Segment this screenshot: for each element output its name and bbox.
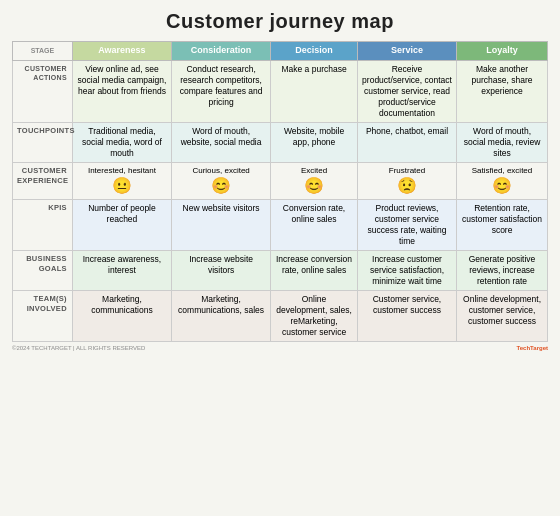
touchpoints-loyalty: Word of mouth, social media, review site… — [457, 122, 548, 162]
kpis-service: Product reviews, customer service succes… — [357, 199, 456, 250]
row-customer-experience: CUSTOMER EXPERIENCE Interested, hesitant… — [13, 163, 548, 200]
row-touchpoints: TOUCHPOINTS Traditional media, social me… — [13, 122, 548, 162]
actions-loyalty: Make another purchase, share experience — [457, 60, 548, 122]
emoji-loyalty: 😊 — [461, 176, 543, 195]
header-consideration: Consideration — [172, 42, 271, 61]
actions-awareness: View online ad, see social media campaig… — [72, 60, 171, 122]
journey-map-table: STAGE Awareness Consideration Decision S… — [12, 41, 548, 342]
header-service: Service — [357, 42, 456, 61]
row-business-goals: BUSINESS GOALS Increase awareness, inter… — [13, 250, 548, 290]
goals-awareness: Increase awareness, interest — [72, 250, 171, 290]
kpis-loyalty: Retention rate, customer satisfaction sc… — [457, 199, 548, 250]
teams-service: Customer service, customer success — [357, 290, 456, 341]
kpis-awareness: Number of people reached — [72, 199, 171, 250]
experience-consideration: Curious, excited 😊 — [172, 163, 271, 200]
actions-decision: Make a purchase — [271, 60, 358, 122]
label-touchpoints: TOUCHPOINTS — [13, 122, 73, 162]
header-loyalty: Loyalty — [457, 42, 548, 61]
kpis-decision: Conversion rate, online sales — [271, 199, 358, 250]
label-customer-actions: CUSTOMER ACTIONS — [13, 60, 73, 122]
experience-loyalty-text: Satisfied, excited — [461, 166, 543, 176]
label-business-goals: BUSINESS GOALS — [13, 250, 73, 290]
row-kpis: KPIS Number of people reached New websit… — [13, 199, 548, 250]
touchpoints-service: Phone, chatbot, email — [357, 122, 456, 162]
experience-consideration-text: Curious, excited — [176, 166, 266, 176]
footer: ©2024 TECHTARGET | ALL RIGHTS RESERVED T… — [12, 345, 548, 351]
kpis-consideration: New website visitors — [172, 199, 271, 250]
teams-consideration: Marketing, communications, sales — [172, 290, 271, 341]
row-teams: TEAM(S) INVOLVED Marketing, communicatio… — [13, 290, 548, 341]
goals-service: Increase customer service satisfaction, … — [357, 250, 456, 290]
actions-consideration: Conduct research, research competitors, … — [172, 60, 271, 122]
emoji-awareness: 😐 — [77, 176, 167, 195]
touchpoints-decision: Website, mobile app, phone — [271, 122, 358, 162]
page-title: Customer journey map — [12, 10, 548, 33]
header-awareness: Awareness — [72, 42, 171, 61]
goals-consideration: Increase website visitors — [172, 250, 271, 290]
touchpoints-consideration: Word of mouth, website, social media — [172, 122, 271, 162]
header-decision: Decision — [271, 42, 358, 61]
teams-loyalty: Online development, customer service, cu… — [457, 290, 548, 341]
label-kpis: KPIS — [13, 199, 73, 250]
footer-right: TechTarget — [517, 345, 548, 351]
main-container: Customer journey map STAGE Awareness Con… — [0, 0, 560, 516]
row-customer-actions: CUSTOMER ACTIONS View online ad, see soc… — [13, 60, 548, 122]
experience-awareness-text: Interested, hesitant — [77, 166, 167, 176]
emoji-consideration: 😊 — [176, 176, 266, 195]
experience-service-text: Frustrated — [362, 166, 452, 176]
goals-loyalty: Generate positive reviews, increase rete… — [457, 250, 548, 290]
experience-decision-text: Excited — [275, 166, 353, 176]
experience-decision: Excited 😊 — [271, 163, 358, 200]
touchpoints-awareness: Traditional media, social media, word of… — [72, 122, 171, 162]
label-teams: TEAM(S) INVOLVED — [13, 290, 73, 341]
footer-left: ©2024 TECHTARGET | ALL RIGHTS RESERVED — [12, 345, 145, 351]
experience-loyalty: Satisfied, excited 😊 — [457, 163, 548, 200]
emoji-service: 😟 — [362, 176, 452, 195]
stage-label-header: STAGE — [13, 42, 73, 61]
label-customer-experience: CUSTOMER EXPERIENCE — [13, 163, 73, 200]
teams-awareness: Marketing, communications — [72, 290, 171, 341]
experience-service: Frustrated 😟 — [357, 163, 456, 200]
actions-service: Receive product/service, contact custome… — [357, 60, 456, 122]
teams-decision: Online development, sales, reMarketing, … — [271, 290, 358, 341]
emoji-decision: 😊 — [275, 176, 353, 195]
header-row: STAGE Awareness Consideration Decision S… — [13, 42, 548, 61]
experience-awareness: Interested, hesitant 😐 — [72, 163, 171, 200]
goals-decision: Increase conversion rate, online sales — [271, 250, 358, 290]
stage-text: STAGE — [31, 47, 55, 54]
